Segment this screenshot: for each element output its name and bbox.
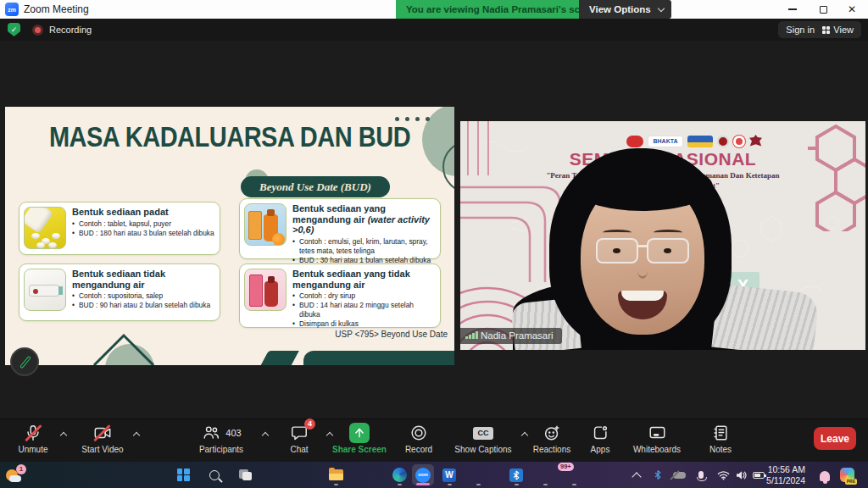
- eyebrow: [654, 230, 682, 236]
- orange-syrup-image: [244, 203, 287, 246]
- notification-bell-button[interactable]: [814, 464, 836, 485]
- search-icon: [209, 470, 220, 480]
- zoom-taskbar-button[interactable]: zoom: [412, 464, 434, 485]
- edge-browser-button[interactable]: [388, 464, 410, 485]
- cc-icon: CC: [473, 427, 493, 440]
- slide-card-mengandung-air: Bentuk sediaan yang mengandung air (wate…: [239, 198, 441, 259]
- leave-button[interactable]: Leave: [814, 427, 856, 450]
- reactions-button[interactable]: Reactions: [526, 423, 578, 460]
- pinned-app-button[interactable]: [534, 464, 556, 485]
- maximize-icon: [820, 6, 827, 14]
- participant-video-tile[interactable]: BHAKTA SEMINAR NASIONAL "Peran Tenaga Ke…: [460, 121, 865, 350]
- signal-bars-icon: [465, 331, 478, 339]
- copilot-icon: PRE: [840, 468, 854, 482]
- whiteboard-icon: [648, 424, 667, 442]
- view-layout-button[interactable]: View: [815, 21, 861, 38]
- zoom-app-icon: zm: [5, 3, 19, 16]
- participant-name: Nadia Pramasari: [481, 330, 554, 341]
- eye: [613, 248, 620, 253]
- sign-in-label: Sign in: [786, 21, 815, 38]
- encryption-shield-icon[interactable]: ✓: [8, 23, 20, 36]
- nose: [637, 263, 648, 279]
- view-grid-icon: [822, 26, 830, 34]
- card-bullet: Contoh : tablet, kapsul, puyer: [72, 219, 215, 229]
- ointment-tube-image: [24, 269, 66, 311]
- chevron-up-icon[interactable]: [262, 432, 269, 439]
- start-button[interactable]: [172, 464, 194, 485]
- view-options-button[interactable]: View Options: [579, 0, 671, 19]
- shared-screen-slide: MASA KADALUARSA DAN BUD Beyond Use Date …: [5, 107, 454, 365]
- taskbar-clock[interactable]: 10:56 AM 5/11/2024: [766, 464, 805, 486]
- card-bullet: BUD : 180 hari atau 3 bulan setelah dibu…: [72, 229, 215, 238]
- tray-bluetooth-button[interactable]: [647, 464, 669, 485]
- tray-microphone-button[interactable]: [690, 464, 712, 485]
- participants-button[interactable]: 403 Participants: [185, 423, 258, 460]
- chevron-up-icon[interactable]: [133, 432, 140, 439]
- window-titlebar: zm Zoom Meeting You are viewing Nadia Pr…: [0, 0, 868, 19]
- whiteboards-button[interactable]: Whiteboards: [624, 423, 690, 460]
- minimize-button[interactable]: [778, 0, 807, 19]
- slide-decor-band: [303, 351, 454, 365]
- cloud-paused-icon: [673, 472, 686, 479]
- start-video-button[interactable]: Start Video: [75, 423, 131, 460]
- tray-onedrive-button[interactable]: [668, 464, 690, 485]
- weather-icon: 1: [6, 468, 23, 483]
- pills-image: [24, 207, 66, 249]
- hijab-edge: [572, 162, 713, 211]
- chat-button[interactable]: 4 Chat: [276, 423, 322, 460]
- task-view-button[interactable]: [234, 464, 256, 485]
- view-label: View: [833, 21, 854, 38]
- bluetooth-app-button[interactable]: [505, 464, 527, 485]
- zoom-toolbar: Unmute Start Video 403 Participants: [0, 419, 868, 462]
- windows-taskbar: 1 zoom W: [0, 462, 868, 488]
- unmute-button[interactable]: Unmute: [8, 423, 58, 460]
- zoom-meeting-window: zm Zoom Meeting You are viewing Nadia Pr…: [0, 0, 868, 488]
- show-captions-button[interactable]: CC Show Captions: [448, 423, 519, 460]
- card-title: Bentuk sediaan padat: [72, 207, 215, 218]
- slide-card-tidak-mengandung-air: Bentuk sediaan tidak mengandung air Cont…: [19, 263, 220, 321]
- eyebrow: [603, 230, 632, 236]
- presenter-person: [460, 121, 865, 350]
- apps-icon: [591, 424, 609, 442]
- card-bullet: BUD : 14 hari atau 2 minggu setelah dibu…: [292, 301, 436, 319]
- maximize-button[interactable]: [809, 0, 837, 19]
- file-explorer-button[interactable]: [325, 464, 347, 485]
- copilot-button[interactable]: PRE: [836, 464, 858, 485]
- pinned-app-button[interactable]: [467, 464, 489, 485]
- card-bullet: Disimpan di kulkas: [292, 319, 436, 329]
- speaker-icon: [736, 470, 748, 480]
- chevron-up-icon[interactable]: [60, 432, 67, 439]
- annotation-pencil-button[interactable]: [10, 347, 39, 376]
- windows-logo-icon: [177, 469, 190, 481]
- participant-name-tag: Nadia Pramasari: [460, 328, 562, 344]
- wifi-icon: [717, 470, 730, 480]
- card-title: Bentuk sediaan tidak mengandung air: [72, 269, 215, 290]
- battery-icon: [753, 472, 765, 479]
- record-button[interactable]: Record: [397, 423, 441, 460]
- pencil-icon: [19, 356, 31, 369]
- chat-unread-badge: 4: [304, 419, 315, 430]
- widgets-weather-button[interactable]: 1: [3, 464, 25, 485]
- card-title: Bentuk sediaan yang mengandung air (wate…: [292, 203, 436, 236]
- chevron-up-icon: [632, 472, 641, 481]
- close-button[interactable]: ✕: [837, 0, 866, 19]
- apps-button[interactable]: Apps: [581, 423, 619, 460]
- slide-card-padat: Bentuk sediaan padat Contoh : tablet, ka…: [19, 202, 220, 255]
- tray-overflow-button[interactable]: [626, 464, 648, 485]
- recording-indicator-icon: [32, 25, 43, 36]
- clock-date: 5/11/2024: [766, 475, 805, 486]
- meeting-stage: MASA KADALUARSA DAN BUD Beyond Use Date …: [0, 41, 868, 419]
- card-title: Bentuk sediaan yang tidak mengandung air: [292, 269, 436, 290]
- slide-decor-parallelogram: [260, 351, 299, 365]
- share-screen-button[interactable]: Share Screen: [326, 423, 393, 460]
- search-button[interactable]: [203, 464, 225, 485]
- notes-button[interactable]: Notes: [700, 423, 741, 460]
- view-options-label: View Options: [589, 4, 651, 14]
- word-taskbar-button[interactable]: W: [438, 464, 460, 485]
- slide-title: MASA KADALUARSA DAN BUD: [5, 122, 454, 153]
- edge-icon: [392, 468, 407, 482]
- reactions-smiley-icon: [542, 424, 561, 442]
- preview-badge: PRE: [845, 479, 856, 485]
- zoom-icon: zoom: [415, 468, 431, 483]
- folder-icon: [329, 469, 343, 480]
